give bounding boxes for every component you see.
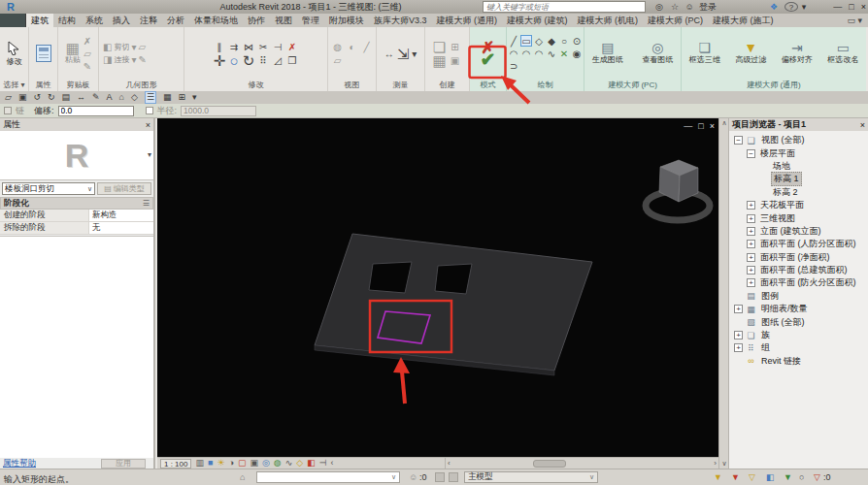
undo-icon[interactable]: ↺: [33, 91, 41, 104]
create-assembly-icon[interactable]: ▦: [432, 55, 446, 66]
tree-item-area-net[interactable]: +面积平面 (净面积): [729, 251, 868, 264]
copy-icon[interactable]: ▱: [83, 48, 91, 59]
tab-insert[interactable]: 插入: [108, 14, 135, 27]
radius-checkbox[interactable]: [146, 107, 153, 114]
create-group-icon[interactable]: ❏: [433, 42, 446, 52]
expand-icon[interactable]: +: [734, 343, 743, 352]
copy-move-icon[interactable]: ○: [229, 55, 238, 66]
chevron-down-icon[interactable]: ▾: [412, 48, 417, 59]
apply-button[interactable]: 应用: [101, 459, 146, 469]
tab-annotate[interactable]: 注释: [135, 14, 162, 27]
expand-icon[interactable]: +: [747, 278, 755, 287]
tree-item-families[interactable]: +❏族: [729, 329, 868, 341]
expand-icon[interactable]: +: [734, 305, 743, 313]
expand-icon[interactable]: +: [747, 201, 755, 210]
properties-help-link[interactable]: 属性帮助: [3, 458, 36, 469]
expand-icon[interactable]: +: [747, 266, 755, 275]
revit-logo-icon[interactable]: R: [0, 1, 21, 14]
qat-customize-icon[interactable]: ▾: [192, 91, 197, 104]
search-input[interactable]: [483, 1, 646, 13]
chevron-down-icon[interactable]: ▾: [148, 150, 151, 159]
draw-center-arc-icon[interactable]: ◠: [522, 48, 531, 59]
delete-icon[interactable]: ✗: [288, 42, 296, 52]
expand-icon[interactable]: +: [747, 253, 755, 262]
worksets-icon[interactable]: ⌂: [240, 472, 245, 482]
switch-windows-icon[interactable]: ⊞: [179, 91, 186, 104]
tag-icon[interactable]: ◇: [131, 91, 138, 104]
properties-icon[interactable]: [36, 45, 51, 62]
slab-opening-2[interactable]: [435, 264, 472, 294]
default-3d-view-icon[interactable]: ⌂: [119, 91, 124, 104]
crop-region-icon[interactable]: ▣: [250, 458, 258, 469]
tab-analyze[interactable]: 分析: [162, 14, 189, 27]
join-geometry-button[interactable]: ◨ 连接 ▾ ✎: [103, 54, 147, 65]
temporary-view-properties-icon[interactable]: ∿: [285, 458, 293, 469]
tree-item-elevations[interactable]: +立面 (建筑立面): [729, 225, 868, 238]
tree-item-revit-links[interactable]: ∞Revit 链接: [729, 355, 868, 368]
thin-lines-toggle-icon[interactable]: ☰: [145, 91, 156, 104]
collapse-icon[interactable]: −: [747, 149, 755, 158]
select-pinned-icon[interactable]: ◧: [766, 472, 775, 482]
tab-structure[interactable]: 结构: [53, 14, 81, 27]
tab-addins[interactable]: 附加模块: [324, 14, 369, 27]
tree-item-sheets[interactable]: ▧图纸 (全部): [729, 315, 868, 328]
draw-line-icon[interactable]: ╱: [511, 36, 517, 47]
text-icon[interactable]: A: [107, 91, 113, 104]
minimize-button[interactable]: —: [833, 0, 842, 14]
select-by-face-icon[interactable]: ▼: [784, 472, 792, 482]
dimension-icon[interactable]: ↔: [77, 91, 85, 104]
cut-icon[interactable]: ✗: [83, 36, 91, 47]
open-icon[interactable]: ▱: [5, 91, 12, 104]
radius-input[interactable]: [181, 106, 256, 116]
draw-arc-icon[interactable]: ◠: [510, 48, 518, 59]
view-close-icon[interactable]: ×: [710, 121, 715, 131]
collapse-icon[interactable]: −: [734, 136, 743, 145]
tab-collaborate[interactable]: 协作: [243, 14, 270, 27]
cope-icon[interactable]: ▱: [138, 42, 146, 52]
offset-input[interactable]: [58, 106, 134, 116]
crop-view-icon[interactable]: ▢: [238, 458, 247, 469]
create-similar-icon[interactable]: ⊞: [451, 42, 458, 52]
view-minimize-icon[interactable]: —: [684, 121, 692, 131]
detail-level-icon[interactable]: ▥: [195, 458, 204, 469]
tab-family-master[interactable]: 族库大师V3.3: [369, 14, 432, 27]
close-button[interactable]: ×: [861, 0, 866, 14]
tab-mc-architecture[interactable]: 建模大师 (建筑): [502, 14, 573, 27]
measure-icon[interactable]: ⇲: [397, 48, 410, 59]
search-icon[interactable]: ◎: [652, 0, 666, 14]
trim-icon[interactable]: ⊣: [274, 42, 283, 52]
edit-type-button[interactable]: ▤ 编辑类型: [97, 182, 151, 195]
drag-on-selection-icon[interactable]: ○: [799, 472, 804, 482]
tab-manage[interactable]: 管理: [297, 14, 324, 27]
vertical-scrollbar[interactable]: ∧ ∨: [718, 118, 728, 469]
tree-item-views[interactable]: −❑视图 (全部): [729, 134, 868, 146]
tab-massing-site[interactable]: 体量和场地: [189, 14, 243, 27]
thin-lines-icon[interactable]: ╱: [363, 42, 369, 52]
split-icon[interactable]: ✂: [259, 42, 267, 52]
shadows-icon[interactable]: ◑: [229, 458, 234, 469]
match-type-icon[interactable]: ✎: [83, 61, 91, 72]
scale-button[interactable]: 1 : 100: [160, 459, 191, 469]
finish-sketch-icon[interactable]: ✔: [481, 54, 496, 65]
tree-item-level-1[interactable]: 标高 1: [729, 173, 868, 185]
draw-rectangle-icon[interactable]: ▭: [521, 36, 530, 47]
expand-icon[interactable]: +: [747, 214, 755, 223]
editable-only-icon[interactable]: ☺: [409, 472, 417, 482]
expand-icon[interactable]: +: [747, 240, 755, 248]
pick-walls-icon[interactable]: ⊃: [510, 61, 517, 72]
view-sheet-button[interactable]: ◎ 查看图纸: [637, 43, 680, 65]
reveal-constraints-icon[interactable]: ⊣: [319, 458, 327, 469]
align-icon[interactable]: ∥: [217, 42, 222, 52]
reveal-hidden-icon[interactable]: ◍: [333, 42, 342, 52]
redo-icon[interactable]: ↻: [48, 91, 55, 104]
tab-mc-construction[interactable]: 建模大师 (施工): [708, 14, 779, 27]
join-elements-icon[interactable]: ❐: [288, 55, 297, 66]
tree-item-area-fire[interactable]: +面积平面 (防火分区面积): [729, 276, 868, 289]
model-line-icon[interactable]: ✎: [92, 91, 100, 104]
generate-sheet-button[interactable]: ▤ 生成图纸: [586, 43, 629, 65]
move-icon[interactable]: ✛: [214, 55, 226, 66]
expand-icon[interactable]: +: [747, 227, 755, 236]
user-icon[interactable]: ☺: [683, 0, 696, 14]
draw-circle-icon[interactable]: ○: [561, 36, 567, 47]
tree-item-groups[interactable]: +⠿组: [729, 341, 868, 354]
